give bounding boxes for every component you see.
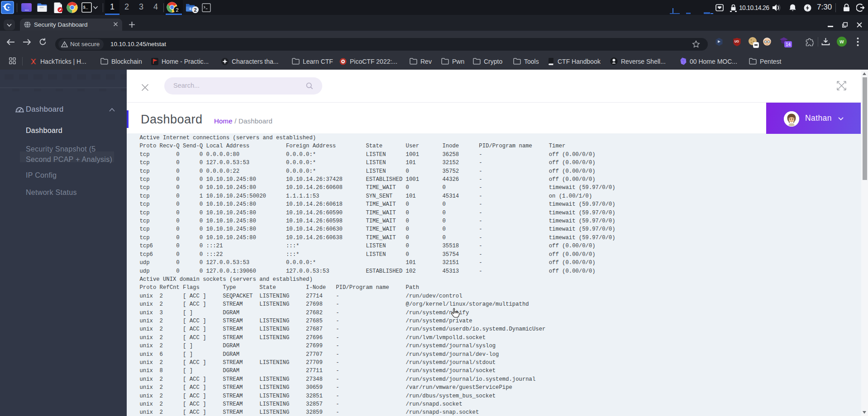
svg-text:$_: $_ [83, 5, 88, 10]
svg-text:14: 14 [786, 42, 791, 47]
svg-text:UO: UO [734, 40, 739, 43]
